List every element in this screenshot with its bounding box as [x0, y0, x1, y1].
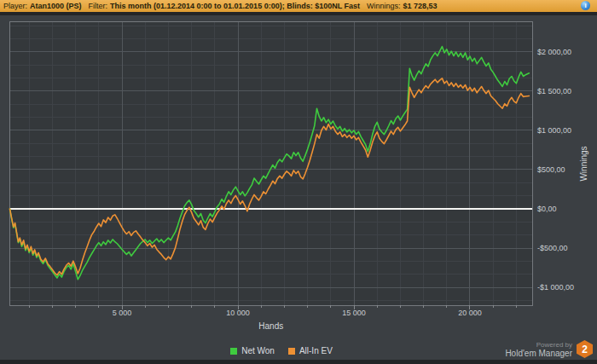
winnings-value: $1 728,53 [403, 2, 438, 10]
y-tick-label: $1 500,00 [537, 87, 571, 95]
player-value: Atan1000 (PS) [30, 2, 82, 10]
x-axis-title: Hands [258, 321, 283, 331]
winnings-label: Winnings: [367, 2, 401, 10]
x-tick-label: 20 000 [458, 309, 482, 317]
legend-label: Net Won [241, 346, 275, 355]
y-tick-label: $500,00 [537, 165, 565, 174]
legend-swatch-icon [230, 348, 237, 355]
holdem-manager-graph-window: $2 000,00$1 500,00$1 000,00$500,00$0,00-… [0, 0, 597, 364]
hem2-badge-icon: 2 [577, 340, 593, 358]
x-tick-label: 15 000 [342, 309, 366, 317]
y-tick-label: $0,00 [537, 205, 557, 213]
y-axis-title: Winnings [579, 146, 588, 181]
powered-by-text: Powered by [536, 341, 572, 350]
filter-value: This month (01.12.2014 0:00 to 01.01.201… [110, 2, 360, 10]
y-tick-label: -$1 000,00 [537, 283, 574, 292]
y-tick-label: -$500,00 [537, 244, 568, 252]
summary-topbar: Player: Atan1000 (PS) Filter: This month… [0, 0, 597, 12]
winnings-chart: $2 000,00$1 500,00$1 000,00$500,00$0,00-… [0, 0, 597, 364]
chart-legend: Net WonAll-In EV [0, 346, 563, 355]
x-tick-label: 5 000 [113, 309, 132, 317]
topbar-divider [0, 12, 597, 15]
legend-item-net-won: Net Won [230, 346, 275, 355]
y-tick-label: $2 000,00 [537, 48, 571, 56]
brand-text: Hold'em Manager [505, 350, 572, 358]
filter-label: Filter: [89, 2, 108, 10]
player-label: Player: [3, 2, 27, 10]
x-tick-label: 10 000 [226, 309, 250, 317]
powered-by-footer: Powered by Hold'em Manager 2 [505, 340, 593, 358]
plot-area [10, 21, 533, 305]
legend-swatch-icon [288, 348, 295, 355]
legend-item-all-in-ev: All-In EV [288, 346, 333, 355]
legend-label: All-In EV [299, 346, 333, 355]
y-tick-label: $1 000,00 [537, 126, 571, 135]
bottom-divider [0, 360, 597, 364]
info-icon[interactable]: i [581, 1, 590, 10]
